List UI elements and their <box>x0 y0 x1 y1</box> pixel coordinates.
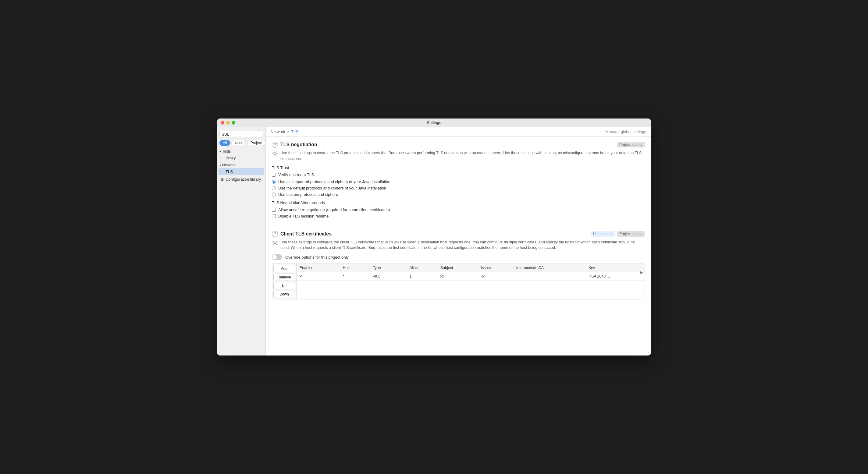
col-key: Key <box>586 264 645 272</box>
content-body: ? TLS negotiation Project setting Use th… <box>266 137 651 355</box>
window-title: Settings <box>427 120 441 125</box>
cell-issuer: xx <box>477 272 513 281</box>
tools-chevron-icon: ▾ <box>219 150 221 153</box>
client-tls-section: ? Client TLS certificates User setting P… <box>272 231 645 300</box>
col-type: Type <box>370 264 407 272</box>
col-intermediate-ca: Intermediate CA <box>513 264 586 272</box>
override-toggle[interactable] <box>272 254 282 260</box>
up-certificate-button[interactable]: Up <box>273 282 295 289</box>
search-input[interactable] <box>222 132 273 136</box>
cell-alias: 1 <box>406 272 437 281</box>
disable-session-resume-checkbox[interactable] <box>272 214 276 218</box>
down-certificate-button[interactable]: Down <box>273 291 295 298</box>
config-lib-label: Configuration library <box>225 177 261 182</box>
sidebar-item-tls[interactable]: TLS <box>218 168 264 175</box>
tls-negotiation-badge: Project setting <box>617 142 645 148</box>
filter-user-button[interactable]: User <box>231 140 246 146</box>
cell-type: PKC... <box>370 272 407 281</box>
filter-project-button[interactable]: Project <box>247 140 265 146</box>
client-tls-gear-icon <box>272 240 278 246</box>
svg-point-1 <box>274 242 276 244</box>
radio-default-protocols-input[interactable] <box>272 186 276 190</box>
radio-all-protocols-input[interactable] <box>272 180 276 184</box>
tls-negotiation-help-icon[interactable]: ? <box>272 141 278 148</box>
col-alias: Alias <box>406 264 437 272</box>
add-certificate-button[interactable]: Add <box>273 265 295 272</box>
tls-protocol-radio-group: Use all supported protocols and ciphers … <box>272 180 645 197</box>
section-divider <box>272 226 645 226</box>
tls-negotiation-section: ? TLS negotiation Project setting Use th… <box>272 141 645 218</box>
sidebar: ✕ All User Project ⇅ ⊟ ▾ Tools Proxy <box>217 127 266 355</box>
filter-all-button[interactable]: All <box>219 140 230 146</box>
sidebar-tools-section: ▾ Tools Proxy <box>217 148 266 161</box>
tls-negotiation-title: TLS negotiation <box>280 142 317 148</box>
manage-global-settings[interactable]: Manage global settings <box>605 129 646 134</box>
filter-tabs: All User Project ⇅ ⊟ <box>219 140 263 146</box>
verify-upstream-label: Verify upstream TLS <box>278 172 314 177</box>
cell-enabled: ✓ <box>297 272 340 281</box>
sidebar-network-group[interactable]: ▾ Network <box>217 162 266 168</box>
breadcrumb-current[interactable]: TLS <box>291 129 299 134</box>
client-tls-header: ? Client TLS certificates User setting P… <box>272 231 645 237</box>
disable-session-resume-label: Disable TLS session resume <box>278 214 329 218</box>
tls-trust-checkboxes: Verify upstream TLS <box>272 172 645 177</box>
radio-all-protocols: Use all supported protocols and ciphers … <box>272 180 645 184</box>
disable-session-resume-item: Disable TLS session resume <box>272 214 645 218</box>
col-issuer: Issuer <box>477 264 513 272</box>
network-chevron-icon: ▾ <box>219 164 221 167</box>
tls-negotiation-desc: Use these settings to control the TLS pr… <box>280 150 645 162</box>
sidebar-network-label: Network <box>222 163 236 167</box>
sidebar-tools-group[interactable]: ▾ Tools <box>217 148 266 154</box>
radio-custom-protocols: Use custom protocols and ciphers <box>272 192 645 197</box>
override-row: Override options for this project only <box>272 254 645 260</box>
sidebar-config-library[interactable]: ⊞ Configuration library <box>218 176 264 183</box>
breadcrumb-separator: > <box>287 129 289 134</box>
workarounds-checkboxes: Allow unsafe renegotiation (required for… <box>272 208 645 218</box>
certificates-table-container: Add Remove Up Down Enabled <box>272 263 645 299</box>
breadcrumb-parent[interactable]: Network <box>271 129 285 134</box>
radio-default-protocols: Use the default protocols and ciphers of… <box>272 186 645 190</box>
maximize-button[interactable] <box>231 121 235 125</box>
settings-window: Settings ✕ All User Project ⇅ ⊟ ▾ Tools <box>217 119 651 355</box>
verify-upstream-item: Verify upstream TLS <box>272 172 645 177</box>
cell-host: * <box>340 272 369 281</box>
unsafe-renegotiation-item: Allow unsafe renegotiation (required for… <box>272 208 645 212</box>
col-host: Host <box>340 264 369 272</box>
workarounds-label: TLS Negotiation Workarounds <box>272 200 645 205</box>
verify-upstream-checkbox[interactable] <box>272 173 276 177</box>
table-row[interactable]: ✓ * PKC... 1 xx xx RSA 2048 ... <box>297 272 645 281</box>
cell-intermediate-ca <box>513 272 586 281</box>
client-tls-badges: User setting Project setting <box>591 231 645 237</box>
table-action-buttons: Add Remove Up Down <box>272 264 297 299</box>
unsafe-renegotiation-checkbox[interactable] <box>272 208 276 212</box>
gear-icon <box>272 151 278 157</box>
col-subject: Subject <box>437 264 478 272</box>
tls-negotiation-desc-row: Use these settings to control the TLS pr… <box>272 150 645 162</box>
cell-subject: xx <box>437 272 478 281</box>
certificates-table-main: Enabled Host Type Alias Subject Issuer I… <box>297 264 645 299</box>
table-header-row: Enabled Host Type Alias Subject Issuer I… <box>297 264 645 272</box>
col-enabled: Enabled <box>297 264 340 272</box>
breadcrumb: Network > TLS <box>271 129 299 134</box>
svg-point-0 <box>274 153 276 154</box>
remove-certificate-button[interactable]: Remove <box>273 274 295 281</box>
client-tls-desc: Use these settings to configure the clie… <box>280 240 645 251</box>
title-bar: Settings <box>217 119 651 127</box>
override-label: Override options for this project only <box>285 255 349 259</box>
radio-custom-protocols-input[interactable] <box>272 192 276 196</box>
client-tls-title: Client TLS certificates <box>280 231 332 237</box>
radio-custom-protocols-label: Use custom protocols and ciphers <box>278 192 338 197</box>
client-tls-help-icon[interactable]: ? <box>272 231 278 237</box>
traffic-lights <box>221 121 235 125</box>
content: Network > TLS Manage global settings ? T… <box>266 127 651 355</box>
client-tls-project-badge: Project setting <box>617 231 645 237</box>
client-tls-user-badge: User setting <box>591 231 615 237</box>
table-scroll-wrapper[interactable]: Enabled Host Type Alias Subject Issuer I… <box>297 264 645 281</box>
close-button[interactable] <box>221 121 224 125</box>
sidebar-item-proxy[interactable]: Proxy <box>218 154 264 161</box>
minimize-button[interactable] <box>226 121 230 125</box>
cell-key: RSA 2048 ... <box>586 272 645 281</box>
client-tls-desc-row: Use these settings to configure the clie… <box>272 240 645 251</box>
scroll-right-arrow-icon[interactable]: ▶ <box>640 270 643 275</box>
config-lib-icon: ⊞ <box>221 177 224 182</box>
